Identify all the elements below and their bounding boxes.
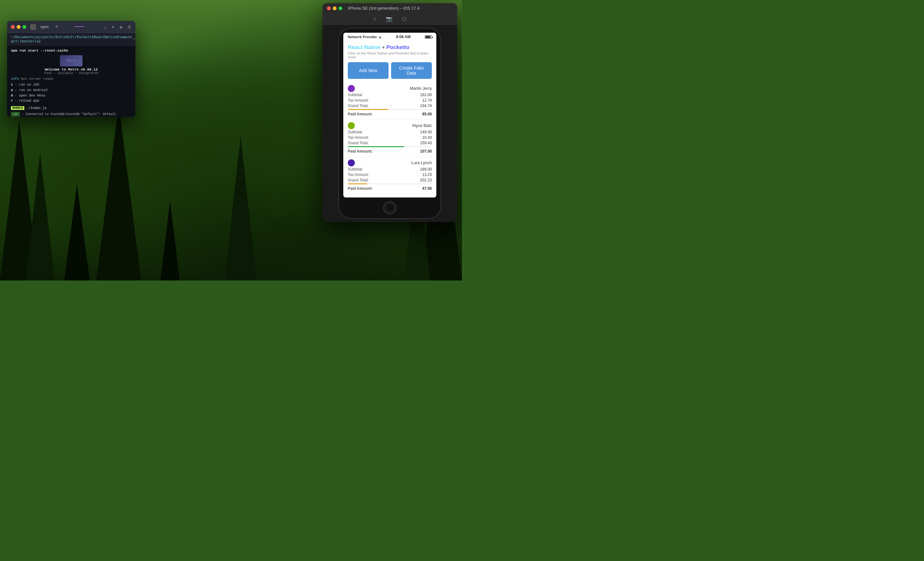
subtotal-label: Subtotal: bbox=[348, 167, 363, 172]
progress-fill bbox=[348, 183, 367, 184]
subtotal-row: Subtotal: 182.00 bbox=[348, 93, 432, 97]
app-content: React Native + Pocketto Click on the Rea… bbox=[343, 41, 436, 197]
close-button[interactable] bbox=[11, 25, 15, 29]
subtotal-value: 189.00 bbox=[420, 167, 432, 172]
wifi-icon: ▲ bbox=[378, 35, 382, 39]
tax-label: Tax Amount: bbox=[348, 98, 369, 103]
bundle-badge: BUNDLE bbox=[11, 106, 24, 110]
terminal-body: npm run start --reset-cache Metro Welcom… bbox=[7, 45, 135, 117]
info-label: info bbox=[11, 77, 19, 81]
sim-close-button[interactable] bbox=[327, 6, 331, 10]
invoice-card[interactable]: Lura Lynch Subtotal: 189.00 Tax Amount: … bbox=[348, 157, 432, 194]
plus-sign: + bbox=[382, 44, 385, 51]
maximize-button[interactable] bbox=[22, 25, 26, 29]
subtotal-label: Subtotal: bbox=[348, 130, 363, 134]
search-icon[interactable]: ⌕ bbox=[104, 24, 106, 30]
bundle-file: ./index.js bbox=[26, 106, 46, 110]
invoice-card[interactable]: Alyce Batz Subtotal: 149.00 Tax Amount: … bbox=[348, 120, 432, 157]
app-subtitle: Click on the React Native and Pocketto t… bbox=[348, 51, 432, 59]
status-battery bbox=[425, 35, 432, 39]
app-title-row: React Native + Pocketto bbox=[348, 44, 432, 51]
tab-label[interactable]: npm bbox=[40, 24, 48, 29]
minimize-button[interactable] bbox=[16, 25, 21, 29]
grand-total-label: Grand Total: bbox=[348, 178, 369, 183]
subtotal-label: Subtotal: bbox=[348, 93, 363, 97]
simulator-toolbar: ⌂ 📷 ⬡ bbox=[322, 13, 457, 25]
iphone-home-button[interactable] bbox=[383, 201, 396, 214]
tax-value: 13.23 bbox=[422, 172, 432, 177]
log-badge-2: LOG bbox=[11, 117, 20, 117]
subtotal-value: 182.00 bbox=[420, 93, 432, 97]
simulator-title: iPhone SE (3rd generation) – iOS 17.4 bbox=[348, 6, 420, 10]
invoice-card[interactable]: Martin Jerry Subtotal: 182.00 Tax Amount… bbox=[348, 83, 432, 120]
sim-maximize-button[interactable] bbox=[339, 6, 342, 10]
invoice-header: Martin Jerry bbox=[348, 86, 432, 91]
key-ios: i - run on iOS bbox=[11, 82, 132, 88]
invoice-header: Lura Lynch bbox=[348, 160, 432, 165]
create-fake-data-button[interactable]: Create Fake Data bbox=[391, 62, 432, 79]
simulator-titlebar: iPhone SE (3rd generation) – iOS 17.4 bbox=[322, 3, 457, 13]
tax-value: 12.74 bbox=[422, 98, 432, 103]
progress-bar bbox=[348, 109, 432, 110]
status-time: 8:06 AM bbox=[396, 34, 411, 39]
new-tab-button[interactable]: + bbox=[55, 23, 58, 30]
terminal-window: npm + ⌕ ✦ ◈ ⚙ ~/Documents/projects/Entre… bbox=[7, 21, 135, 117]
simulator-window: iPhone SE (3rd generation) – iOS 17.4 ⌂ … bbox=[322, 3, 457, 222]
metro-subtitle: Fast - Scalable - Integrated bbox=[11, 72, 132, 75]
tax-row: Tax Amount: 13.23 bbox=[348, 172, 432, 177]
invoice-name: Lura Lynch bbox=[411, 160, 432, 165]
iphone-frame: Network Provider ▲ 8:06 AM React Native … bbox=[339, 28, 441, 219]
avatar-dot bbox=[348, 85, 355, 92]
grand-total-value: 159.43 bbox=[420, 141, 432, 145]
rotate-icon[interactable]: ⬡ bbox=[402, 16, 406, 22]
battery-icon bbox=[425, 35, 432, 39]
toolbar-right: ⌕ ✦ ◈ ⚙ bbox=[104, 24, 132, 30]
sim-minimize-button[interactable] bbox=[333, 6, 336, 10]
filter-icon[interactable]: ◈ bbox=[119, 24, 123, 30]
metro-banner: Metro Welcome to Metro v0.80.12 Fast - S… bbox=[11, 55, 132, 75]
log-line-1: LOG - Connected to PouchDB/CouchDB "defa… bbox=[11, 112, 132, 117]
metro-logo: Metro bbox=[60, 55, 82, 66]
path-bar: ~/Documents/projects/EntreSoft/PockettoR… bbox=[7, 33, 135, 45]
paid-value: 95.00 bbox=[422, 112, 432, 117]
add-new-button[interactable]: Add New bbox=[348, 62, 388, 79]
key-list: i - run on iOS a - run on Android d - op… bbox=[11, 82, 132, 103]
progress-fill bbox=[348, 109, 388, 110]
key-android: a - run on Android bbox=[11, 88, 132, 93]
key-reload: r - reload app bbox=[11, 98, 132, 103]
paid-value: 107.00 bbox=[420, 149, 432, 154]
subtotal-value: 149.00 bbox=[420, 130, 432, 134]
tax-label: Tax Amount: bbox=[348, 135, 369, 140]
paid-label: Paid Amount: bbox=[348, 186, 373, 191]
button-row: Add New Create Fake Data bbox=[348, 62, 432, 79]
invoice-name: Martin Jerry bbox=[410, 86, 432, 91]
grand-total-value: 194.74 bbox=[420, 103, 432, 108]
terminal-titlebar: npm + ⌕ ✦ ◈ ⚙ bbox=[7, 21, 135, 33]
metro-title: Welcome to Metro v0.80.12 bbox=[11, 67, 132, 72]
info-text: Dev server ready bbox=[21, 77, 54, 81]
log-line-2: LOG - Adapter: react-native-sqlite bbox=[11, 117, 132, 117]
progress-fill bbox=[348, 146, 404, 147]
screenshot-icon[interactable]: 📷 bbox=[386, 16, 392, 22]
grand-total-row: Grand Total: 194.74 bbox=[348, 103, 432, 108]
home-button-ring bbox=[386, 203, 394, 212]
subtotal-row: Subtotal: 189.00 bbox=[348, 167, 432, 172]
pocketto-link[interactable]: Pocketto bbox=[386, 44, 410, 51]
battery-fill bbox=[425, 36, 430, 38]
progress-bar bbox=[348, 183, 432, 184]
invoice-name: Alyce Batz bbox=[412, 123, 432, 128]
home-screen-icon[interactable]: ⌂ bbox=[373, 16, 376, 22]
bookmark-icon[interactable]: ✦ bbox=[111, 24, 115, 30]
settings-icon[interactable]: ⚙ bbox=[128, 24, 132, 30]
bundle-line: BUNDLE ./index.js bbox=[11, 106, 132, 110]
tax-value: 10.43 bbox=[422, 135, 432, 140]
tab-icon bbox=[30, 24, 36, 30]
tax-row: Tax Amount: 12.74 bbox=[348, 98, 432, 103]
avatar-dot bbox=[348, 122, 355, 129]
paid-row: Paid Amount: 107.00 bbox=[348, 148, 432, 154]
traffic-lights bbox=[11, 25, 26, 29]
paid-value: 47.00 bbox=[422, 186, 432, 191]
avatar-dot bbox=[348, 159, 355, 166]
sim-traffic-lights bbox=[327, 6, 342, 10]
react-native-link[interactable]: React Native bbox=[348, 44, 381, 51]
